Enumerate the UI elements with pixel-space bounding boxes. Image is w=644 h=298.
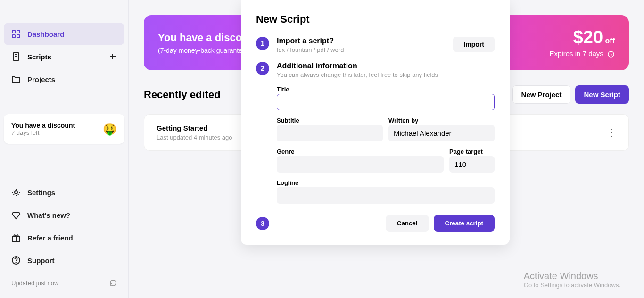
svg-rect-0 xyxy=(12,30,15,33)
step-2-badge: 2 xyxy=(256,62,269,75)
sidebar-item-label: Support xyxy=(27,257,55,265)
sidebar-item-label: What's new? xyxy=(27,211,70,219)
new-script-modal: New Script 1 Import a script? fdx / foun… xyxy=(241,0,510,245)
subtitle-input[interactable] xyxy=(277,125,383,141)
updated-text: Updated just now xyxy=(11,280,58,287)
svg-rect-3 xyxy=(17,35,20,38)
genre-label: Genre xyxy=(277,148,444,155)
refresh-icon[interactable] xyxy=(109,279,117,287)
sidebar-item-settings[interactable]: Settings xyxy=(4,181,124,204)
step-2-title: Additional information xyxy=(277,62,495,70)
modal-title: New Script xyxy=(256,13,495,25)
diamond-icon xyxy=(11,210,21,220)
step-1-badge: 1 xyxy=(256,37,269,50)
folder-icon xyxy=(11,74,21,84)
new-script-button[interactable]: New Script xyxy=(575,85,629,104)
sidebar-item-label: Refer a friend xyxy=(27,234,73,242)
step-1-sub: fdx / fountain / pdf / word xyxy=(277,46,344,53)
add-script-button[interactable] xyxy=(108,52,117,61)
sidebar-item-whatsnew[interactable]: What's new? xyxy=(4,204,124,226)
sidebar-item-projects[interactable]: Projects xyxy=(4,68,124,91)
banner-price: $20 xyxy=(573,27,603,47)
cancel-button[interactable]: Cancel xyxy=(386,215,429,232)
banner-expires: Expires in 7 days xyxy=(550,50,603,58)
title-label: Title xyxy=(277,86,495,93)
discount-title: You have a discount xyxy=(11,122,75,129)
card-title: Getting Started xyxy=(157,124,232,132)
card-sub: Last updated 4 minutes ago xyxy=(157,134,232,141)
discount-sub: 7 days left xyxy=(11,129,75,136)
gift-icon xyxy=(11,233,21,242)
sidebar-item-support[interactable]: Support xyxy=(4,249,124,272)
money-face-icon: 🤑 xyxy=(103,123,117,136)
help-icon xyxy=(11,256,21,265)
sidebar: Dashboard Scripts Projects You have a di… xyxy=(0,0,129,298)
document-icon xyxy=(11,52,21,61)
subtitle-label: Subtitle xyxy=(277,117,383,124)
svg-rect-1 xyxy=(17,30,20,33)
import-button[interactable]: Import xyxy=(453,37,495,52)
create-script-button[interactable]: Create script xyxy=(434,215,495,232)
step-2-sub: You can always change this later, feel f… xyxy=(277,71,495,78)
new-project-button[interactable]: New Project xyxy=(512,85,571,104)
windows-watermark: Activate Windows Go to Settings to activ… xyxy=(524,271,620,289)
logline-input[interactable] xyxy=(277,187,495,204)
sidebar-item-refer[interactable]: Refer a friend xyxy=(4,226,124,249)
pagetarget-input[interactable] xyxy=(449,156,495,173)
clock-icon xyxy=(607,50,615,58)
svg-rect-2 xyxy=(12,35,15,38)
logline-label: Logline xyxy=(277,179,495,186)
section-heading: Recently edited xyxy=(144,89,221,101)
writtenby-label: Written by xyxy=(388,117,495,124)
dashboard-icon xyxy=(11,29,21,39)
step-1-title: Import a script? xyxy=(277,37,344,45)
sidebar-item-label: Dashboard xyxy=(27,30,64,38)
discount-card[interactable]: You have a discount 7 days left 🤑 xyxy=(4,114,124,144)
svg-point-14 xyxy=(16,262,17,263)
pagetarget-label: Page target xyxy=(449,148,495,155)
title-input[interactable] xyxy=(277,94,495,110)
sidebar-item-label: Settings xyxy=(27,189,55,197)
step-3-badge: 3 xyxy=(256,217,269,230)
genre-input[interactable] xyxy=(277,156,444,173)
gear-icon xyxy=(11,188,21,197)
banner-off: off xyxy=(605,37,615,45)
sidebar-item-label: Scripts xyxy=(27,53,51,61)
card-menu-icon[interactable]: ⋮ xyxy=(607,127,616,138)
svg-point-9 xyxy=(15,191,17,194)
sidebar-item-label: Projects xyxy=(27,75,55,83)
sidebar-item-scripts[interactable]: Scripts xyxy=(4,45,124,68)
sidebar-item-dashboard[interactable]: Dashboard xyxy=(4,23,124,45)
writtenby-input[interactable] xyxy=(388,125,495,141)
